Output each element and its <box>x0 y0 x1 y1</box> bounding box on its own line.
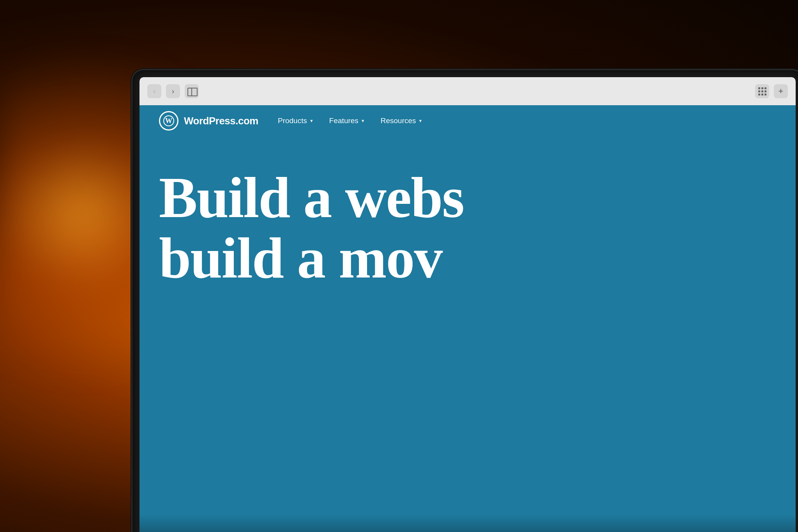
grid-icon <box>758 87 766 95</box>
browser-chrome: ‹ › <box>139 77 796 105</box>
laptop-frame: ‹ › <box>132 70 798 532</box>
wp-hero-title: Build a webs build a mov <box>159 168 776 289</box>
bottom-fade <box>139 514 796 532</box>
forward-icon: › <box>172 87 174 95</box>
back-icon: ‹ <box>153 87 155 95</box>
grid-button[interactable] <box>755 84 769 98</box>
nav-item-products[interactable]: Products ▼ <box>278 117 314 125</box>
wp-nav-items: Products ▼ Features ▼ Resources ▼ <box>278 117 422 125</box>
products-dropdown-arrow: ▼ <box>309 118 314 123</box>
screen-bezel: ‹ › <box>139 77 796 532</box>
wp-logo-icon: W <box>159 111 178 131</box>
wp-logo[interactable]: W WordPress.com <box>159 111 258 131</box>
wp-hero-section: Build a webs build a mov <box>139 136 796 289</box>
svg-text:W: W <box>165 117 172 125</box>
hero-line-1: Build a webs <box>159 168 776 228</box>
sidebar-button[interactable] <box>185 84 199 98</box>
nav-item-resources[interactable]: Resources ▼ <box>381 117 423 125</box>
sidebar-icon <box>187 88 196 95</box>
hero-line-2: build a mov <box>159 228 776 288</box>
resources-dropdown-arrow: ▼ <box>418 118 423 123</box>
back-button[interactable]: ‹ <box>147 84 161 98</box>
nav-features-label: Features <box>329 117 358 125</box>
nav-resources-label: Resources <box>381 117 416 125</box>
wordpress-w-icon: W <box>163 115 174 126</box>
nav-products-label: Products <box>278 117 307 125</box>
website-content: W WordPress.com Products ▼ Features ▼ <box>139 105 796 532</box>
wp-navbar: W WordPress.com Products ▼ Features ▼ <box>139 105 796 136</box>
nav-item-features[interactable]: Features ▼ <box>329 117 365 125</box>
features-dropdown-arrow: ▼ <box>361 118 365 123</box>
wp-logo-text: WordPress.com <box>184 115 258 127</box>
add-icon: + <box>779 86 784 96</box>
forward-button[interactable]: › <box>166 84 180 98</box>
add-tab-button[interactable]: + <box>774 84 788 98</box>
